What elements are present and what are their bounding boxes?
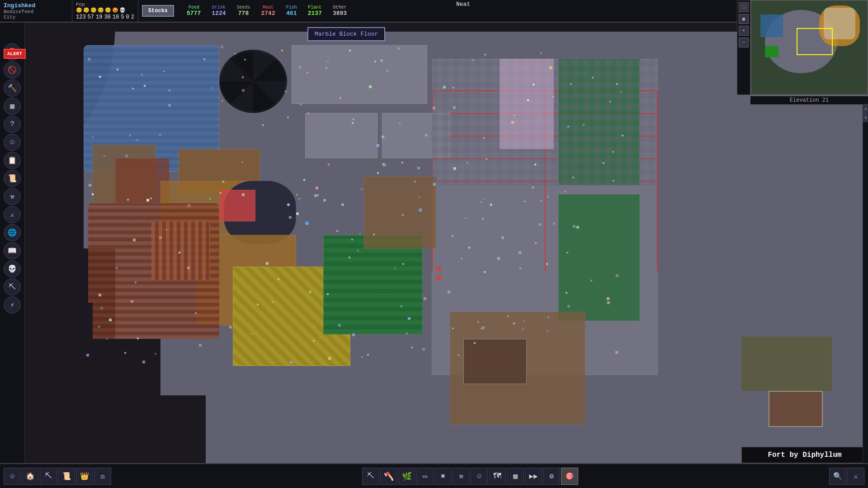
action-button[interactable]: 🎯: [561, 468, 578, 485]
remove-tool-button[interactable]: ✖: [434, 468, 452, 485]
left-sidebar: ALERT ⛔ 🚫 🔨 ▦ ? ☺ 📋 📜 ⚒ ⚔ 🌐 📖 💀 ⛏ ⚡: [0, 23, 25, 463]
zoom-out-button[interactable]: −: [739, 38, 749, 47]
sidebar-zone-icon[interactable]: ▦: [4, 98, 21, 115]
fort-info: Ingishked Bodicefeed City: [0, 0, 72, 22]
neat-label: Neat: [456, 1, 470, 8]
sidebar-pickaxe-icon[interactable]: ⛏: [4, 278, 21, 296]
pop-label: Pop: [76, 2, 134, 7]
sidebar-civs-icon[interactable]: 🌐: [4, 224, 21, 241]
sidebar-notes-icon[interactable]: 📋: [4, 152, 21, 169]
dig-button[interactable]: ⛏: [40, 468, 57, 485]
chop-tool-button[interactable]: 🪓: [380, 468, 397, 485]
bottom-left-icons: ☺ 🏠 ⛏ 📜 👑 ⚖: [0, 466, 115, 487]
bottom-toolbar: ☺ 🏠 ⛏ 📜 👑 ⚖ ⛏ 🪓 🌿 ▭ ✖ ⚒ ☺ 🗺 ▦ ▶▶ ⚙ 🎯 🔍 ⚔: [0, 463, 868, 488]
tooltip: Marble Block Floor: [307, 27, 385, 41]
sidebar-skull-icon[interactable]: 💀: [4, 260, 21, 277]
sidebar-military-icon[interactable]: ⚔: [4, 206, 21, 223]
view-toggle-button[interactable]: ⬛: [739, 2, 749, 12]
elevation-label: Elevation 21: [750, 96, 868, 104]
sidebar-labor-icon[interactable]: ⚒: [4, 188, 21, 205]
minimap-canvas: [751, 1, 867, 94]
tooltip-text: Marble Block Floor: [315, 31, 378, 38]
more-button[interactable]: ▶▶: [525, 468, 542, 485]
sidebar-query-icon[interactable]: ?: [4, 116, 21, 133]
right-scroll-indicator[interactable]: ▲ ▼: [863, 104, 868, 463]
gather-tool-button[interactable]: 🌿: [398, 468, 415, 485]
pop-numbers: 123 57 19 30 10 5 0 2: [76, 14, 134, 20]
scroll-down-arrow[interactable]: ▼: [863, 113, 868, 122]
sidebar-unit-icon[interactable]: ☺: [4, 134, 21, 151]
pop-icons: 😊 😊 😊 😊 😊 😡 💀: [76, 7, 134, 13]
sidebar-legend-icon[interactable]: 📖: [4, 242, 21, 259]
zoom-in-button[interactable]: +: [739, 26, 749, 36]
plant-resource: Plant 2137: [302, 4, 327, 18]
smooth-tool-button[interactable]: ▭: [416, 468, 434, 485]
settings-button[interactable]: ⚙: [543, 468, 560, 485]
food-resource: Food 5777: [181, 4, 206, 18]
announcements-button[interactable]: 📜: [58, 468, 75, 485]
dwarf-status-button[interactable]: ☺: [4, 468, 21, 485]
build-tool-button[interactable]: ⚒: [453, 468, 470, 485]
mine-tool-button[interactable]: ⛏: [362, 468, 379, 485]
grid-tool-button[interactable]: ▦: [507, 468, 524, 485]
resources-section: Food 5777 Drink 1224 Seeds 778 Meat 2742…: [178, 0, 802, 22]
meat-resource: Meat 2742: [256, 4, 281, 18]
bottom-right-icons: 🔍 ⚔: [826, 466, 868, 487]
fort-credit-display: Fort by Diphyllum: [741, 447, 868, 463]
unit-tool-button[interactable]: ☺: [471, 468, 488, 485]
pop-section: Pop 😊 😊 😊 😊 😊 😡 💀 123 57 19 30 10 5 0 2: [72, 0, 138, 22]
nobles-button[interactable]: 👑: [76, 468, 93, 485]
fish-resource: Fish 461: [281, 4, 302, 18]
other-resource: Other 3893: [327, 4, 352, 18]
sidebar-no-icon[interactable]: 🚫: [4, 61, 21, 79]
sidebar-orders-icon[interactable]: 📜: [4, 170, 21, 187]
seeds-resource: Seeds 778: [231, 4, 256, 18]
fort-credit-text: Fort by Diphyllum: [768, 451, 841, 459]
justice-button[interactable]: ⚖: [94, 468, 111, 485]
attack-button[interactable]: ⚔: [847, 468, 864, 485]
drink-resource: Drink 1224: [206, 4, 231, 18]
sidebar-build-icon[interactable]: 🔨: [4, 80, 21, 97]
minimap-mode-button[interactable]: ▣: [739, 14, 749, 24]
view-tool-button[interactable]: 🗺: [489, 468, 506, 485]
fort-name: Ingishked: [4, 2, 68, 9]
bottom-center-icons: ⛏ 🪓 🌿 ▭ ✖ ⚒ ☺ 🗺 ▦ ▶▶ ⚙ 🎯: [115, 468, 826, 485]
alert-button[interactable]: ALERT: [4, 49, 26, 59]
building-button[interactable]: 🏠: [22, 468, 39, 485]
sidebar-speed-icon[interactable]: ⚡: [4, 296, 21, 314]
zoom-button[interactable]: 🔍: [829, 468, 846, 485]
stocks-button[interactable]: Stocks: [142, 5, 174, 17]
scroll-up-arrow[interactable]: ▲: [863, 104, 868, 113]
fort-subtitle: Bodicefeed City: [4, 9, 68, 20]
minimap[interactable]: [750, 0, 868, 95]
minimap-controls: ⬛ ▣ + −: [737, 0, 750, 95]
